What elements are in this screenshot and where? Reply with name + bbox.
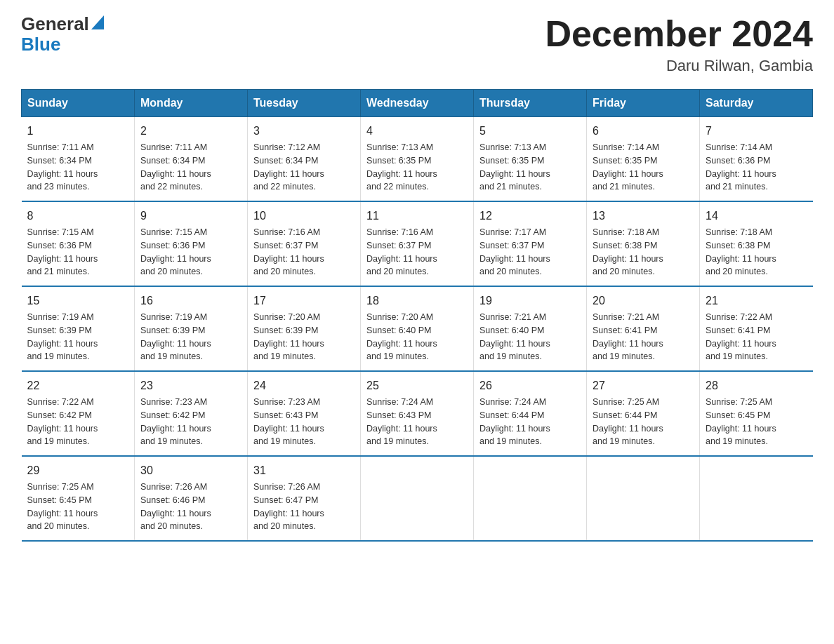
calendar-cell: 31Sunrise: 7:26 AM Sunset: 6:47 PM Dayli…	[248, 456, 361, 541]
day-number: 2	[140, 123, 241, 140]
day-number: 31	[253, 462, 355, 479]
calendar-cell: 10Sunrise: 7:16 AM Sunset: 6:37 PM Dayli…	[248, 201, 361, 286]
day-number: 23	[140, 377, 241, 394]
main-title: December 2024	[545, 14, 813, 54]
calendar-header-row: SundayMondayTuesdayWednesdayThursdayFrid…	[22, 90, 813, 117]
calendar-cell: 6Sunrise: 7:14 AM Sunset: 6:35 PM Daylig…	[587, 117, 700, 202]
day-info: Sunrise: 7:18 AM Sunset: 6:38 PM Dayligh…	[593, 226, 694, 279]
day-number: 14	[706, 208, 807, 224]
day-info: Sunrise: 7:21 AM Sunset: 6:41 PM Dayligh…	[593, 311, 694, 363]
day-info: Sunrise: 7:12 AM Sunset: 6:34 PM Dayligh…	[253, 141, 355, 194]
calendar-cell	[474, 456, 587, 541]
header-tuesday: Tuesday	[248, 90, 361, 117]
calendar-cell: 28Sunrise: 7:25 AM Sunset: 6:45 PM Dayli…	[700, 371, 813, 456]
subtitle: Daru Rilwan, Gambia	[545, 57, 813, 75]
day-info: Sunrise: 7:20 AM Sunset: 6:40 PM Dayligh…	[366, 311, 468, 363]
title-area: December 2024 Daru Rilwan, Gambia	[545, 14, 813, 75]
logo: General Blue	[21, 14, 104, 54]
calendar-cell	[361, 456, 474, 541]
day-number: 17	[253, 293, 355, 309]
header-saturday: Saturday	[700, 90, 813, 117]
day-number: 5	[479, 123, 581, 140]
day-info: Sunrise: 7:15 AM Sunset: 6:36 PM Dayligh…	[27, 226, 129, 279]
header-wednesday: Wednesday	[361, 90, 474, 117]
day-number: 20	[593, 293, 694, 309]
day-number: 28	[706, 377, 807, 394]
calendar-cell: 29Sunrise: 7:25 AM Sunset: 6:45 PM Dayli…	[22, 456, 135, 541]
day-info: Sunrise: 7:17 AM Sunset: 6:37 PM Dayligh…	[479, 226, 581, 279]
calendar-cell: 23Sunrise: 7:23 AM Sunset: 6:42 PM Dayli…	[135, 371, 248, 456]
day-info: Sunrise: 7:19 AM Sunset: 6:39 PM Dayligh…	[140, 311, 241, 363]
calendar-cell	[700, 456, 813, 541]
week-row-5: 29Sunrise: 7:25 AM Sunset: 6:45 PM Dayli…	[22, 456, 813, 541]
day-number: 9	[140, 208, 241, 224]
page-header: General Blue December 2024 Daru Rilwan, …	[21, 14, 813, 75]
calendar-cell: 14Sunrise: 7:18 AM Sunset: 6:38 PM Dayli…	[700, 201, 813, 286]
day-number: 22	[27, 377, 129, 394]
day-number: 4	[366, 123, 468, 140]
day-info: Sunrise: 7:21 AM Sunset: 6:40 PM Dayligh…	[479, 311, 581, 363]
day-info: Sunrise: 7:26 AM Sunset: 6:46 PM Dayligh…	[140, 481, 241, 533]
day-number: 8	[27, 208, 129, 224]
calendar-cell: 1Sunrise: 7:11 AM Sunset: 6:34 PM Daylig…	[22, 117, 135, 202]
calendar-cell: 30Sunrise: 7:26 AM Sunset: 6:46 PM Dayli…	[135, 456, 248, 541]
calendar-cell: 26Sunrise: 7:24 AM Sunset: 6:44 PM Dayli…	[474, 371, 587, 456]
calendar-cell: 19Sunrise: 7:21 AM Sunset: 6:40 PM Dayli…	[474, 286, 587, 371]
calendar-cell: 4Sunrise: 7:13 AM Sunset: 6:35 PM Daylig…	[361, 117, 474, 202]
day-info: Sunrise: 7:26 AM Sunset: 6:47 PM Dayligh…	[253, 481, 355, 533]
calendar-cell: 13Sunrise: 7:18 AM Sunset: 6:38 PM Dayli…	[587, 201, 700, 286]
day-info: Sunrise: 7:11 AM Sunset: 6:34 PM Dayligh…	[140, 141, 241, 194]
header-sunday: Sunday	[22, 90, 135, 117]
week-row-3: 15Sunrise: 7:19 AM Sunset: 6:39 PM Dayli…	[22, 286, 813, 371]
day-info: Sunrise: 7:14 AM Sunset: 6:35 PM Dayligh…	[593, 141, 694, 194]
day-info: Sunrise: 7:22 AM Sunset: 6:41 PM Dayligh…	[706, 311, 807, 363]
day-number: 16	[140, 293, 241, 309]
day-info: Sunrise: 7:25 AM Sunset: 6:45 PM Dayligh…	[27, 481, 129, 533]
day-number: 19	[479, 293, 581, 309]
day-number: 3	[253, 123, 355, 140]
logo-text-blue: Blue	[21, 34, 60, 55]
day-number: 29	[27, 462, 129, 479]
day-number: 7	[706, 123, 807, 140]
day-info: Sunrise: 7:23 AM Sunset: 6:42 PM Dayligh…	[140, 396, 241, 448]
day-info: Sunrise: 7:13 AM Sunset: 6:35 PM Dayligh…	[366, 141, 468, 194]
day-info: Sunrise: 7:23 AM Sunset: 6:43 PM Dayligh…	[253, 396, 355, 448]
day-info: Sunrise: 7:18 AM Sunset: 6:38 PM Dayligh…	[706, 226, 807, 279]
calendar-cell: 20Sunrise: 7:21 AM Sunset: 6:41 PM Dayli…	[587, 286, 700, 371]
calendar-cell: 17Sunrise: 7:20 AM Sunset: 6:39 PM Dayli…	[248, 286, 361, 371]
calendar-cell: 15Sunrise: 7:19 AM Sunset: 6:39 PM Dayli…	[22, 286, 135, 371]
calendar-cell: 2Sunrise: 7:11 AM Sunset: 6:34 PM Daylig…	[135, 117, 248, 202]
header-monday: Monday	[135, 90, 248, 117]
day-number: 13	[593, 208, 694, 224]
calendar-cell: 24Sunrise: 7:23 AM Sunset: 6:43 PM Dayli…	[248, 371, 361, 456]
calendar-cell: 8Sunrise: 7:15 AM Sunset: 6:36 PM Daylig…	[22, 201, 135, 286]
calendar-cell: 22Sunrise: 7:22 AM Sunset: 6:42 PM Dayli…	[22, 371, 135, 456]
calendar-cell: 7Sunrise: 7:14 AM Sunset: 6:36 PM Daylig…	[700, 117, 813, 202]
day-info: Sunrise: 7:11 AM Sunset: 6:34 PM Dayligh…	[27, 141, 129, 194]
day-info: Sunrise: 7:25 AM Sunset: 6:44 PM Dayligh…	[593, 396, 694, 448]
calendar-table: SundayMondayTuesdayWednesdayThursdayFrid…	[21, 89, 813, 542]
day-number: 18	[366, 293, 468, 309]
logo-triangle-icon	[91, 15, 104, 29]
calendar-cell: 11Sunrise: 7:16 AM Sunset: 6:37 PM Dayli…	[361, 201, 474, 286]
logo-text-general: General	[21, 14, 89, 34]
calendar-cell: 25Sunrise: 7:24 AM Sunset: 6:43 PM Dayli…	[361, 371, 474, 456]
calendar-cell	[587, 456, 700, 541]
day-info: Sunrise: 7:19 AM Sunset: 6:39 PM Dayligh…	[27, 311, 129, 363]
day-info: Sunrise: 7:24 AM Sunset: 6:43 PM Dayligh…	[366, 396, 468, 448]
day-number: 30	[140, 462, 241, 479]
day-info: Sunrise: 7:22 AM Sunset: 6:42 PM Dayligh…	[27, 396, 129, 448]
calendar-cell: 27Sunrise: 7:25 AM Sunset: 6:44 PM Dayli…	[587, 371, 700, 456]
day-info: Sunrise: 7:15 AM Sunset: 6:36 PM Dayligh…	[140, 226, 241, 279]
day-info: Sunrise: 7:13 AM Sunset: 6:35 PM Dayligh…	[479, 141, 581, 194]
day-info: Sunrise: 7:24 AM Sunset: 6:44 PM Dayligh…	[479, 396, 581, 448]
day-number: 12	[479, 208, 581, 224]
week-row-1: 1Sunrise: 7:11 AM Sunset: 6:34 PM Daylig…	[22, 117, 813, 202]
day-info: Sunrise: 7:20 AM Sunset: 6:39 PM Dayligh…	[253, 311, 355, 363]
day-info: Sunrise: 7:16 AM Sunset: 6:37 PM Dayligh…	[366, 226, 468, 279]
calendar-cell: 18Sunrise: 7:20 AM Sunset: 6:40 PM Dayli…	[361, 286, 474, 371]
day-number: 24	[253, 377, 355, 394]
day-number: 10	[253, 208, 355, 224]
calendar-cell: 12Sunrise: 7:17 AM Sunset: 6:37 PM Dayli…	[474, 201, 587, 286]
header-friday: Friday	[587, 90, 700, 117]
